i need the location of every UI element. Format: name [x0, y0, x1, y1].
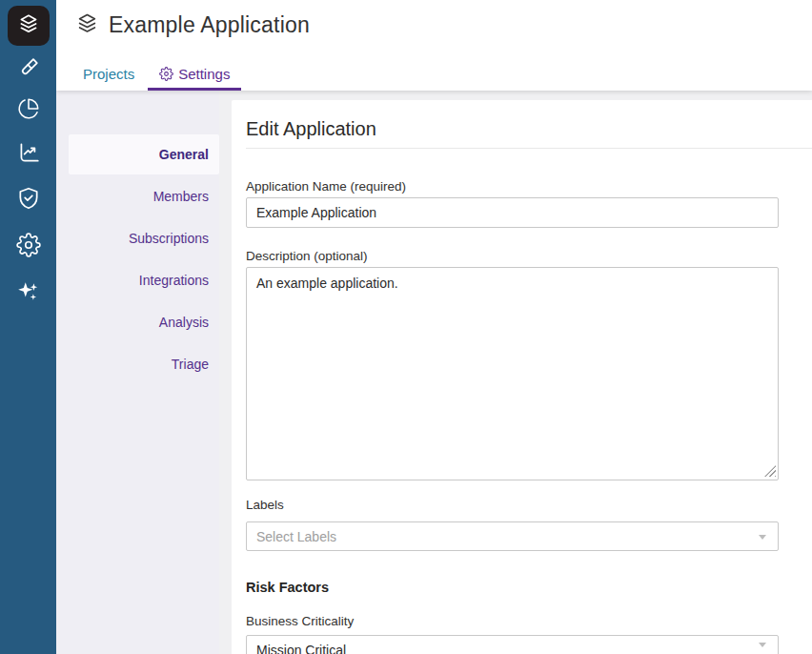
gear-icon [159, 67, 173, 81]
application-name-label: Application Name (required) [246, 179, 406, 194]
rail-item-security[interactable] [16, 188, 41, 213]
application-name-input[interactable] [246, 197, 779, 228]
tab-settings[interactable]: Settings [148, 59, 241, 91]
settings-subnav: General Members Subscriptions Integratio… [56, 91, 219, 654]
rail-item-testing[interactable] [16, 57, 41, 82]
layers-icon [74, 10, 100, 40]
gear-icon [16, 233, 41, 261]
line-chart-icon [16, 140, 41, 169]
sparkles-icon [16, 279, 41, 308]
subnav-item-general[interactable]: General [69, 134, 219, 174]
subnav-item-members[interactable]: Members [69, 176, 219, 216]
rail-item-ai[interactable] [16, 281, 41, 306]
edit-application-heading: Edit Application [246, 118, 376, 140]
pie-chart-icon [16, 96, 41, 125]
subnav-item-subscriptions[interactable]: Subscriptions [69, 218, 219, 258]
description-field-wrap: An example application. [246, 267, 779, 480]
chevron-down-icon [759, 535, 766, 540]
rail-item-application-active[interactable] [8, 6, 50, 46]
subnav-item-analysis[interactable]: Analysis [69, 302, 219, 342]
tab-bar: Projects Settings [71, 59, 241, 91]
icon-rail [0, 0, 56, 654]
description-textarea[interactable]: An example application. [246, 267, 779, 480]
edit-application-card: Edit Application Application Name (requi… [232, 100, 812, 654]
subnav-item-integrations[interactable]: Integrations [69, 260, 219, 300]
test-tube-icon [16, 55, 41, 84]
tab-settings-label: Settings [178, 66, 230, 82]
rail-item-analytics[interactable] [16, 142, 41, 167]
tab-projects-label: Projects [83, 66, 134, 82]
page-title: Example Application [109, 12, 310, 38]
main-content: Edit Application Application Name (requi… [219, 91, 812, 654]
tab-projects[interactable]: Projects [71, 59, 146, 91]
app-brand: Example Application [74, 10, 310, 40]
rail-item-reports[interactable] [16, 98, 41, 123]
labels-select[interactable]: Select Labels [246, 521, 779, 551]
chevron-down-icon [759, 643, 766, 647]
labels-label: Labels [246, 498, 284, 512]
layers-icon [16, 11, 41, 40]
app-header: Example Application Projects Settings [56, 0, 812, 91]
business-criticality-label: Business Criticality [246, 614, 354, 628]
labels-select-placeholder: Select Labels [256, 529, 336, 544]
business-criticality-select[interactable]: Mission Critical [246, 635, 779, 654]
subnav-item-triage[interactable]: Triage [69, 344, 219, 384]
risk-factors-heading: Risk Factors [246, 580, 329, 595]
shield-check-icon [16, 186, 41, 215]
heading-divider [246, 148, 812, 149]
app-window: Example Application Projects Settings Ge… [0, 0, 812, 654]
rail-item-settings[interactable] [16, 235, 41, 259]
description-label: Description (optional) [246, 249, 368, 263]
business-criticality-value: Mission Critical [256, 643, 346, 654]
